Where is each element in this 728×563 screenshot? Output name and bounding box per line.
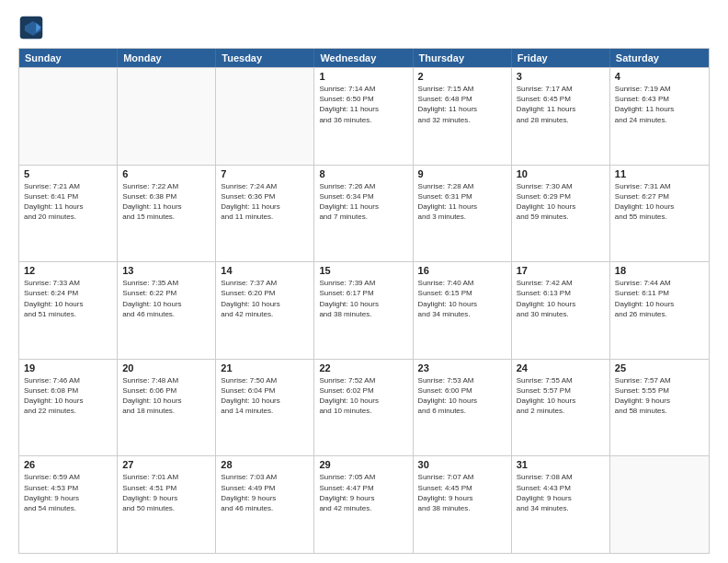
- day-number: 15: [319, 265, 407, 276]
- day-number: 22: [319, 362, 407, 373]
- day-info: Sunrise: 7:17 AM Sunset: 6:45 PM Dayligh…: [517, 84, 605, 125]
- day-info: Sunrise: 7:35 AM Sunset: 6:22 PM Dayligh…: [122, 278, 210, 319]
- day-number: 16: [418, 265, 506, 276]
- day-info: Sunrise: 7:53 AM Sunset: 6:00 PM Dayligh…: [418, 375, 506, 417]
- day-info: Sunrise: 7:24 AM Sunset: 6:36 PM Dayligh…: [221, 181, 309, 223]
- day-cell-2: 2Sunrise: 7:15 AM Sunset: 6:48 PM Daylig…: [414, 68, 512, 165]
- day-number: 5: [24, 168, 112, 179]
- day-info: Sunrise: 7:19 AM Sunset: 6:43 PM Dayligh…: [615, 84, 704, 125]
- day-cell-23: 23Sunrise: 7:53 AM Sunset: 6:00 PM Dayli…: [414, 360, 512, 456]
- day-info: Sunrise: 7:44 AM Sunset: 6:11 PM Dayligh…: [615, 278, 704, 319]
- day-cell-3: 3Sunrise: 7:17 AM Sunset: 6:45 PM Daylig…: [512, 68, 610, 165]
- day-cell-19: 19Sunrise: 7:46 AM Sunset: 6:08 PM Dayli…: [19, 360, 118, 456]
- day-cell-27: 27Sunrise: 7:01 AM Sunset: 4:51 PM Dayli…: [118, 456, 216, 553]
- day-cell-empty: [216, 68, 314, 165]
- day-number: 17: [517, 265, 605, 276]
- day-number: 28: [221, 459, 309, 470]
- day-info: Sunrise: 7:50 AM Sunset: 6:04 PM Dayligh…: [221, 375, 309, 417]
- day-header-monday: Monday: [118, 49, 216, 67]
- day-cell-16: 16Sunrise: 7:40 AM Sunset: 6:15 PM Dayli…: [414, 262, 512, 359]
- day-info: Sunrise: 7:21 AM Sunset: 6:41 PM Dayligh…: [24, 181, 112, 223]
- day-cell-8: 8Sunrise: 7:26 AM Sunset: 6:34 PM Daylig…: [314, 166, 413, 262]
- week-row-1: 1Sunrise: 7:14 AM Sunset: 6:50 PM Daylig…: [19, 67, 709, 165]
- logo-icon: [18, 15, 44, 40]
- day-number: 2: [418, 71, 506, 82]
- day-cell-13: 13Sunrise: 7:35 AM Sunset: 6:22 PM Dayli…: [118, 262, 216, 359]
- day-cell-6: 6Sunrise: 7:22 AM Sunset: 6:38 PM Daylig…: [118, 166, 216, 262]
- calendar: SundayMondayTuesdayWednesdayThursdayFrid…: [18, 48, 710, 554]
- day-number: 20: [122, 362, 210, 373]
- day-number: 13: [122, 265, 210, 276]
- week-row-2: 5Sunrise: 7:21 AM Sunset: 6:41 PM Daylig…: [19, 165, 709, 262]
- day-cell-24: 24Sunrise: 7:55 AM Sunset: 5:57 PM Dayli…: [512, 360, 610, 456]
- day-number: 14: [221, 265, 309, 276]
- day-number: 27: [122, 459, 210, 470]
- day-info: Sunrise: 7:55 AM Sunset: 5:57 PM Dayligh…: [517, 375, 605, 417]
- day-number: 19: [24, 362, 112, 373]
- day-number: 21: [221, 362, 309, 373]
- day-cell-7: 7Sunrise: 7:24 AM Sunset: 6:36 PM Daylig…: [216, 166, 314, 262]
- week-row-4: 19Sunrise: 7:46 AM Sunset: 6:08 PM Dayli…: [19, 359, 709, 456]
- day-info: Sunrise: 7:15 AM Sunset: 6:48 PM Dayligh…: [418, 84, 506, 125]
- day-number: 6: [122, 168, 210, 179]
- day-number: 1: [319, 71, 407, 82]
- day-cell-1: 1Sunrise: 7:14 AM Sunset: 6:50 PM Daylig…: [314, 68, 413, 165]
- day-cell-21: 21Sunrise: 7:50 AM Sunset: 6:04 PM Dayli…: [216, 360, 314, 456]
- day-header-thursday: Thursday: [414, 49, 512, 67]
- day-info: Sunrise: 7:07 AM Sunset: 4:45 PM Dayligh…: [418, 472, 506, 513]
- day-number: 10: [517, 168, 605, 179]
- day-cell-5: 5Sunrise: 7:21 AM Sunset: 6:41 PM Daylig…: [19, 166, 118, 262]
- day-info: Sunrise: 7:52 AM Sunset: 6:02 PM Dayligh…: [319, 375, 407, 417]
- day-number: 9: [418, 168, 506, 179]
- day-cell-22: 22Sunrise: 7:52 AM Sunset: 6:02 PM Dayli…: [314, 360, 413, 456]
- day-cell-14: 14Sunrise: 7:37 AM Sunset: 6:20 PM Dayli…: [216, 262, 314, 359]
- day-cell-17: 17Sunrise: 7:42 AM Sunset: 6:13 PM Dayli…: [512, 262, 610, 359]
- day-header-friday: Friday: [512, 49, 610, 67]
- day-number: 31: [517, 459, 605, 470]
- day-number: 24: [517, 362, 605, 373]
- day-number: 7: [221, 168, 309, 179]
- day-info: Sunrise: 7:30 AM Sunset: 6:29 PM Dayligh…: [517, 181, 605, 223]
- day-cell-28: 28Sunrise: 7:03 AM Sunset: 4:49 PM Dayli…: [216, 456, 314, 553]
- day-info: Sunrise: 7:08 AM Sunset: 4:43 PM Dayligh…: [517, 472, 605, 513]
- day-number: 23: [418, 362, 506, 373]
- day-info: Sunrise: 6:59 AM Sunset: 4:53 PM Dayligh…: [24, 472, 112, 513]
- week-row-5: 26Sunrise: 6:59 AM Sunset: 4:53 PM Dayli…: [19, 455, 709, 553]
- day-info: Sunrise: 7:46 AM Sunset: 6:08 PM Dayligh…: [24, 375, 112, 417]
- day-info: Sunrise: 7:40 AM Sunset: 6:15 PM Dayligh…: [418, 278, 506, 319]
- day-number: 29: [319, 459, 407, 470]
- day-cell-9: 9Sunrise: 7:28 AM Sunset: 6:31 PM Daylig…: [414, 166, 512, 262]
- day-info: Sunrise: 7:22 AM Sunset: 6:38 PM Dayligh…: [122, 181, 210, 223]
- day-info: Sunrise: 7:26 AM Sunset: 6:34 PM Dayligh…: [319, 181, 407, 223]
- day-cell-11: 11Sunrise: 7:31 AM Sunset: 6:27 PM Dayli…: [610, 166, 709, 262]
- header: [18, 15, 710, 40]
- day-cell-12: 12Sunrise: 7:33 AM Sunset: 6:24 PM Dayli…: [19, 262, 118, 359]
- day-info: Sunrise: 7:39 AM Sunset: 6:17 PM Dayligh…: [319, 278, 407, 319]
- day-cell-26: 26Sunrise: 6:59 AM Sunset: 4:53 PM Dayli…: [19, 456, 118, 553]
- day-cell-4: 4Sunrise: 7:19 AM Sunset: 6:43 PM Daylig…: [610, 68, 709, 165]
- day-cell-20: 20Sunrise: 7:48 AM Sunset: 6:06 PM Dayli…: [118, 360, 216, 456]
- day-info: Sunrise: 7:37 AM Sunset: 6:20 PM Dayligh…: [221, 278, 309, 319]
- day-cell-29: 29Sunrise: 7:05 AM Sunset: 4:47 PM Dayli…: [314, 456, 413, 553]
- day-number: 4: [615, 71, 704, 82]
- day-info: Sunrise: 7:33 AM Sunset: 6:24 PM Dayligh…: [24, 278, 112, 319]
- day-number: 12: [24, 265, 112, 276]
- day-cell-empty: [118, 68, 216, 165]
- day-info: Sunrise: 7:48 AM Sunset: 6:06 PM Dayligh…: [122, 375, 210, 417]
- day-info: Sunrise: 7:03 AM Sunset: 4:49 PM Dayligh…: [221, 472, 309, 513]
- day-cell-10: 10Sunrise: 7:30 AM Sunset: 6:29 PM Dayli…: [512, 166, 610, 262]
- weeks: 1Sunrise: 7:14 AM Sunset: 6:50 PM Daylig…: [19, 67, 709, 553]
- day-number: 8: [319, 168, 407, 179]
- day-number: 11: [615, 168, 704, 179]
- day-number: 26: [24, 459, 112, 470]
- day-info: Sunrise: 7:05 AM Sunset: 4:47 PM Dayligh…: [319, 472, 407, 513]
- day-info: Sunrise: 7:57 AM Sunset: 5:55 PM Dayligh…: [615, 375, 704, 417]
- day-cell-15: 15Sunrise: 7:39 AM Sunset: 6:17 PM Dayli…: [314, 262, 413, 359]
- day-info: Sunrise: 7:01 AM Sunset: 4:51 PM Dayligh…: [122, 472, 210, 513]
- logo: [18, 15, 48, 40]
- day-number: 3: [517, 71, 605, 82]
- day-header-sunday: Sunday: [19, 49, 118, 67]
- day-header-wednesday: Wednesday: [314, 49, 413, 67]
- day-headers: SundayMondayTuesdayWednesdayThursdayFrid…: [19, 49, 709, 67]
- day-info: Sunrise: 7:31 AM Sunset: 6:27 PM Dayligh…: [615, 181, 704, 223]
